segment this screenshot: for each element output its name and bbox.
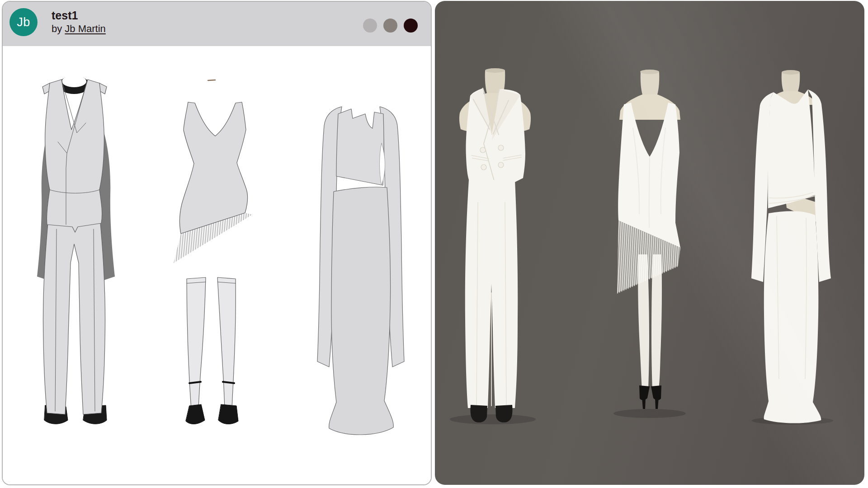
floor-shadow: [613, 409, 686, 418]
sketch-cutout-gown[interactable]: [316, 105, 406, 439]
author-link[interactable]: Jb Martin: [65, 23, 105, 34]
vest-garment: [466, 88, 525, 188]
black-heels: [639, 385, 661, 409]
sketch-vest-trouser-suit[interactable]: [33, 73, 118, 430]
photo-white-fringe-slip-dress: [606, 60, 694, 422]
necklace-mark: [208, 80, 215, 80]
trousers-shape: [43, 223, 105, 414]
project-byline: by Jb Martin: [52, 23, 106, 35]
title-block: test1 by Jb Martin: [52, 9, 106, 35]
trousers-garment: [465, 180, 518, 408]
card-header: Jb test1 by Jb Martin: [3, 2, 431, 46]
heels-shape: [186, 404, 238, 424]
preview-panel: [435, 1, 864, 485]
stockings-shape: [187, 277, 236, 409]
project-title: test1: [52, 9, 106, 23]
color-swatch-light-gray[interactable]: [363, 19, 377, 33]
color-palette: [363, 19, 418, 33]
color-swatch-taupe[interactable]: [383, 19, 397, 33]
gown-skirt-shape: [329, 187, 394, 435]
photo-white-vest-trouser-suit: [445, 67, 545, 428]
byline-prefix: by: [52, 23, 65, 34]
app-window: Jb test1 by Jb Martin: [0, 0, 868, 488]
design-card: Jb test1 by Jb Martin: [2, 1, 432, 485]
gown-bodice-shape: [336, 109, 385, 185]
floor-shadow: [450, 414, 536, 424]
sketch-fringe-mini-dress[interactable]: [173, 77, 255, 438]
color-swatch-dark-maroon[interactable]: [404, 19, 418, 33]
ankle-straps: [189, 382, 234, 383]
photo-white-cutout-gown: [745, 62, 842, 426]
sketch-canvas: [3, 46, 431, 485]
vest-shape: [42, 80, 107, 232]
gown-garment: [751, 89, 831, 423]
dress-shape: [179, 102, 247, 234]
user-avatar[interactable]: Jb: [9, 8, 38, 36]
